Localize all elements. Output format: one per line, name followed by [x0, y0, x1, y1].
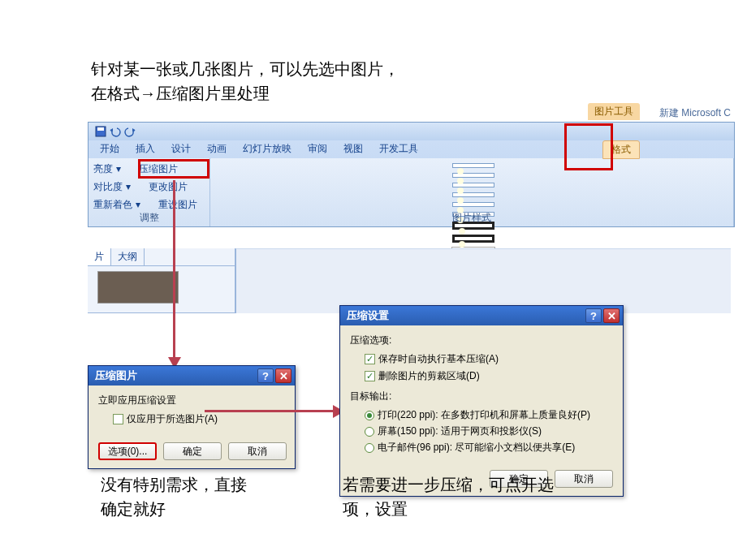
style-thumb-8[interactable]	[452, 235, 494, 243]
checkbox-auto-label: 保存时自动执行基本压缩(A)	[378, 352, 499, 366]
compress-settings-dialog: 压缩设置 ? ✕ 压缩选项: ✓ 保存时自动执行基本压缩(A) ✓ 删除图片的剪…	[339, 305, 624, 497]
pane-tab-slides[interactable]: 片	[88, 248, 111, 265]
tab-insert[interactable]: 插入	[127, 140, 163, 158]
options-button[interactable]: 选项(0)...	[98, 442, 157, 460]
checkbox-checked-icon: ✓	[365, 354, 375, 364]
pane-tabs: 片 大纲	[88, 248, 235, 266]
reset-picture-icon	[144, 199, 155, 210]
instruction-top-line1: 针对某一张或几张图片，可以先选中图片，	[91, 57, 399, 81]
checkbox-crop-label: 删除图片的剪裁区域(D)	[378, 369, 480, 383]
dialog1-checkbox-label: 仅应用于所选图片(A)	[127, 412, 218, 426]
dialog1-close-button[interactable]: ✕	[275, 368, 291, 383]
instruction-bottom-right: 若需要进一步压缩，可点开选 项，设置	[343, 472, 554, 521]
dialog1-title: 压缩图片	[92, 368, 256, 383]
tab-slideshow[interactable]: 幻灯片放映	[235, 140, 300, 158]
dialog1-ok-button[interactable]: 确定	[163, 442, 222, 460]
section-compress-label: 压缩选项:	[350, 334, 613, 347]
radio-screen-label: 屏幕(150 ppi): 适用于网页和投影仪(S)	[378, 424, 542, 438]
radio-icon	[365, 443, 374, 453]
context-tab-group: 图片工具	[588, 103, 640, 120]
radio-print[interactable]: 打印(220 ppi): 在多数打印机和屏幕上质量良好(P)	[365, 408, 613, 422]
dialog1-checkbox-row[interactable]: 仅应用于所选图片(A)	[113, 412, 285, 426]
tab-review[interactable]: 审阅	[300, 140, 335, 158]
compress-icon	[124, 163, 136, 174]
group-adjust: 亮度▾ 压缩图片 对比度▾ 更改图片 重新着色▾ 重设图片 调整	[89, 158, 210, 226]
dialog1-heading: 立即应用压缩设置	[98, 394, 285, 407]
ribbon: 图片工具 新建 Microsoft C 开始 插入 设计 动画 幻灯片放映 审阅…	[88, 122, 735, 227]
redo-icon[interactable]	[124, 126, 136, 137]
ribbon-body: 亮度▾ 压缩图片 对比度▾ 更改图片 重新着色▾ 重设图片 调整	[89, 158, 734, 226]
slide-thumbnail[interactable]	[97, 271, 179, 304]
quick-access-toolbar: 图片工具 新建 Microsoft C	[89, 123, 734, 140]
dialog1-titlebar: 压缩图片 ? ✕	[89, 366, 295, 386]
group-adjust-label: 调整	[89, 211, 209, 225]
dialog2-titlebar: 压缩设置 ? ✕	[340, 306, 623, 325]
tab-animation[interactable]: 动画	[199, 140, 235, 158]
dialog2-help-button[interactable]: ?	[585, 308, 602, 323]
save-icon[interactable]	[95, 126, 106, 137]
radio-email-label: 电子邮件(96 ppi): 尽可能缩小文档以便共享(E)	[378, 441, 575, 454]
svg-rect-1	[97, 127, 104, 131]
contrast-control[interactable]: 对比度▾ 更改图片	[93, 178, 205, 196]
slides-pane: 片 大纲	[88, 248, 235, 313]
instruction-top: 针对某一张或几张图片，可以先选中图片， 在格式→压缩图片里处理	[91, 57, 399, 106]
instruction-bottom-left: 没有特别需求，直接 确定就好	[101, 472, 247, 521]
dialog2-cancel-button[interactable]: 取消	[555, 470, 613, 488]
checkbox-icon	[113, 414, 123, 424]
instruction-top-line2: 在格式→压缩图片里处理	[91, 81, 399, 106]
reset-picture-button[interactable]: 重设图片	[158, 198, 197, 212]
dialog1-cancel-button[interactable]: 取消	[228, 442, 287, 460]
app-title: 新建 Microsoft C	[659, 106, 731, 120]
dialog1-buttons: 选项(0)... 确定 取消	[89, 437, 295, 468]
pane-tab-outline[interactable]: 大纲	[111, 248, 145, 265]
change-picture-icon	[134, 181, 145, 192]
dialog1-help-button[interactable]: ?	[257, 368, 274, 383]
group-picture-styles: 图片样式	[210, 158, 734, 226]
tab-format[interactable]: 格式	[602, 140, 640, 159]
compress-pictures-button[interactable]: 压缩图片	[139, 162, 178, 176]
compress-pictures-dialog: 压缩图片 ? ✕ 立即应用压缩设置 仅应用于所选图片(A) 选项(0)... 确…	[88, 365, 296, 469]
undo-icon[interactable]	[110, 126, 121, 137]
tab-design[interactable]: 设计	[163, 140, 199, 158]
radio-print-label: 打印(220 ppi): 在多数打印机和屏幕上质量良好(P)	[378, 408, 590, 422]
radio-screen[interactable]: 屏幕(150 ppi): 适用于网页和投影仪(S)	[365, 424, 613, 438]
dialog2-title: 压缩设置	[343, 308, 584, 323]
checkbox-delete-crop[interactable]: ✓ 删除图片的剪裁区域(D)	[365, 369, 613, 383]
radio-icon	[365, 427, 374, 437]
group-styles-label: 图片样式	[210, 211, 733, 225]
tab-developer[interactable]: 开发工具	[371, 140, 426, 158]
change-picture-button[interactable]: 更改图片	[149, 180, 188, 194]
workspace-area	[235, 248, 731, 313]
section-target-label: 目标输出:	[350, 390, 613, 403]
checkbox-auto-compress[interactable]: ✓ 保存时自动执行基本压缩(A)	[365, 352, 613, 366]
style-thumb-1[interactable]	[452, 163, 494, 168]
brightness-control[interactable]: 亮度▾ 压缩图片	[93, 160, 205, 178]
checkbox-checked-icon: ✓	[365, 371, 375, 381]
dialog2-body: 压缩选项: ✓ 保存时自动执行基本压缩(A) ✓ 删除图片的剪裁区域(D) 目标…	[340, 325, 623, 465]
radio-selected-icon	[365, 411, 374, 420]
tab-home[interactable]: 开始	[92, 140, 127, 158]
ribbon-tabs: 开始 插入 设计 动画 幻灯片放映 审阅 视图 开发工具 格式	[89, 140, 734, 158]
radio-email[interactable]: 电子邮件(96 ppi): 尽可能缩小文档以便共享(E)	[365, 441, 613, 454]
tab-view[interactable]: 视图	[335, 140, 371, 158]
dialog2-close-button[interactable]: ✕	[603, 308, 620, 323]
